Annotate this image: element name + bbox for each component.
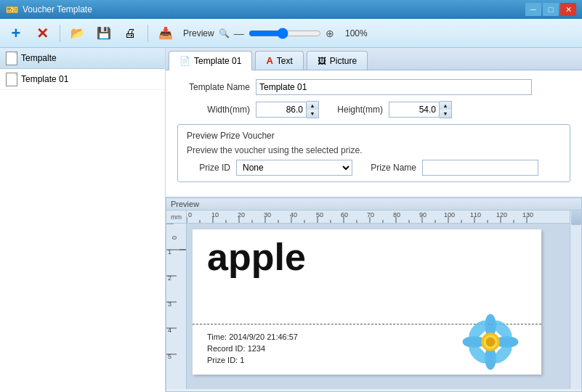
window-icon: 🎫 [6,4,18,15]
window-title: Voucher Template [23,4,525,15]
sidebar-header: Tempalte [0,48,165,69]
preview-panel-title: Preview [166,198,581,211]
group-box-title: Preview Prize Voucher [187,131,561,141]
sidebar-header-label: Tempalte [21,53,57,63]
svg-text:60: 60 [341,211,348,219]
separator-2 [147,25,148,42]
prize-id-select[interactable]: None [236,160,352,176]
zoom-slider[interactable] [248,27,321,40]
svg-text:120: 120 [496,211,507,219]
tab-picture-icon: 🖼 [318,56,326,66]
tab-picture[interactable]: 🖼 Picture [307,51,368,70]
tab-template-label: Template 01 [194,56,241,66]
print-button[interactable]: 🖨 [118,23,142,44]
canvas-content: apple Time: 2014/9/20 21:46:57 Record ID… [193,229,541,375]
prize-group-box: Preview Prize Voucher Preview the vouche… [177,124,570,182]
scrollbar-thumb[interactable] [571,211,581,225]
prize-name-label: Prize Name [358,163,416,173]
maximize-button[interactable]: □ [543,3,559,16]
preview-panel: Preview mm 0 10 [166,197,582,392]
svg-text:90: 90 [419,211,427,219]
toolbar: + ✕ 📂 💾 🖨 📥 Preview 🔍 — ⊕ 100% [0,19,582,48]
tab-picture-label: Picture [330,56,357,66]
main-layout: Tempalte Template 01 📄 Template 01 A Tex… [0,48,582,392]
sidebar-item-template01[interactable]: Template 01 [0,69,165,90]
template-name-input[interactable] [256,79,532,95]
tab-text[interactable]: A Text [255,51,303,70]
content-area: 📄 Template 01 A Text 🖼 Picture Template … [166,48,582,392]
open-button[interactable]: 📂 [66,23,89,44]
svg-text:5: 5 [168,353,171,360]
delete-button[interactable]: ✕ [31,23,54,44]
plus-icon: ⊕ [326,28,334,39]
sidebar: Tempalte Template 01 [0,48,166,392]
minimize-button[interactable]: ─ [525,3,541,16]
save-button[interactable]: 💾 [92,23,116,44]
preview-viewport: mm 0 10 [166,211,581,389]
width-label: Width(mm) [177,105,250,115]
svg-text:70: 70 [367,211,374,219]
svg-text:1: 1 [168,248,171,256]
prize-row: Prize ID None Prize Name [187,160,561,176]
height-down-button[interactable]: ▼ [440,110,451,118]
close-button[interactable]: ✕ [560,3,576,16]
height-spinner-btns: ▲ ▼ [440,101,452,118]
width-spinner: ▲ ▼ [256,101,319,118]
svg-text:40: 40 [290,211,297,219]
separator-1 [60,25,60,42]
canvas-flower-svg [461,313,520,371]
width-input[interactable] [256,102,307,118]
template-name-label: Template Name [177,82,250,92]
tab-template-icon: 📄 [179,56,190,66]
title-bar: 🎫 Voucher Template ─ □ ✕ [0,0,582,19]
import-button[interactable]: 📥 [154,23,177,44]
horizontal-ruler: 0 10 20 30 40 [187,211,581,224]
prize-id-label: Prize ID [187,163,230,173]
ruler-v-svg: 0 1 2 3 4 5 [166,224,187,383]
svg-text:0: 0 [188,211,192,219]
svg-text:130: 130 [522,211,533,219]
sidebar-item-label: Template 01 [21,74,68,84]
width-up-button[interactable]: ▲ [307,102,318,110]
svg-text:30: 30 [264,211,271,219]
svg-text:100: 100 [444,211,455,219]
ruler-corner: mm [166,211,187,224]
svg-text:80: 80 [393,211,400,219]
template-doc-icon [6,73,17,86]
canvas-info-line2: Record ID: 1234 [207,343,298,354]
zoom-decrease-icon: 🔍 [219,28,230,38]
canvas-info-line3: Prize ID: 1 [207,354,298,366]
canvas-info: Time: 2014/9/20 21:46:57 Record ID: 1234… [207,331,298,366]
ruler-h-svg: 0 10 20 30 40 [187,211,579,223]
vertical-ruler: 0 1 2 3 4 5 [166,224,187,389]
prize-name-input[interactable] [422,160,538,176]
width-spinner-btns: ▲ ▼ [307,101,319,118]
svg-text:20: 20 [238,211,245,219]
preview-section: Preview 🔍 — ⊕ 100% [183,27,368,40]
window-controls: ─ □ ✕ [525,3,576,16]
vertical-scrollbar[interactable] [570,211,581,389]
minus-icon: — [234,28,244,39]
height-spinner: ▲ ▼ [389,101,452,118]
svg-text:4: 4 [168,327,171,334]
canvas-area[interactable]: apple Time: 2014/9/20 21:46:57 Record ID… [187,224,581,389]
svg-text:2: 2 [168,274,171,282]
group-box-desc: Preview the voucher using the selected p… [187,145,561,155]
tab-text-icon: A [266,55,272,66]
tab-bar: 📄 Template 01 A Text 🖼 Picture [166,48,582,70]
svg-point-67 [486,338,496,347]
height-up-button[interactable]: ▲ [440,102,451,110]
tab-template[interactable]: 📄 Template 01 [169,51,252,70]
height-input[interactable] [389,102,440,118]
template-name-row: Template Name [177,79,570,95]
canvas-info-line1: Time: 2014/9/20 21:46:57 [207,331,298,343]
dimensions-row: Width(mm) ▲ ▼ Height(mm) ▲ ▼ [177,101,570,118]
svg-text:3: 3 [168,301,171,308]
width-down-button[interactable]: ▼ [307,110,318,118]
tab-text-label: Text [277,56,293,66]
add-button[interactable]: + [4,23,28,44]
sidebar-header-icon [6,52,17,65]
preview-label: Preview [183,28,214,38]
svg-text:50: 50 [316,211,323,219]
svg-text:0: 0 [171,236,178,240]
